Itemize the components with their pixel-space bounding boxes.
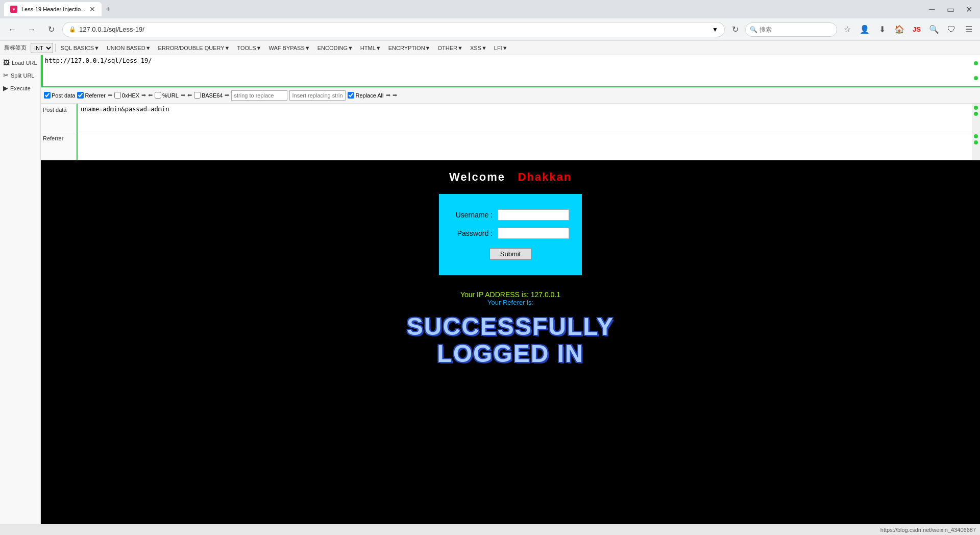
- bookmark-star-btn[interactable]: ☆: [840, 22, 854, 37]
- url-textarea[interactable]: http://127.0.0.1/sql/Less-19/: [45, 57, 970, 83]
- referrer-side-dots: [972, 132, 980, 160]
- tab-close-btn[interactable]: ✕: [89, 5, 95, 13]
- security2-btn[interactable]: 🛡: [944, 22, 959, 37]
- search-box[interactable]: 🔍: [745, 22, 837, 37]
- browser-tab[interactable]: ♥ Less-19 Header Injectio... ✕: [4, 2, 102, 16]
- new-tab-button[interactable]: +: [104, 3, 112, 16]
- post-data-row: Post data uname=admin&passwd=admin: [41, 104, 980, 132]
- download-btn[interactable]: ⬇: [875, 22, 889, 37]
- referrer-row: Referrer: [41, 132, 980, 160]
- success-line2: LOGGED IN: [437, 340, 583, 367]
- close-button[interactable]: ✕: [962, 2, 976, 16]
- arrow-6: ➡: [225, 92, 229, 99]
- base64-checkbox-group: BASE64: [194, 92, 223, 99]
- dot-1: [974, 61, 978, 65]
- other-btn[interactable]: OTHER▼: [434, 44, 465, 52]
- js-btn[interactable]: JS: [910, 22, 924, 37]
- status-url: https://blog.csdn.net/weixin_43406687: [880, 527, 976, 533]
- int-select[interactable]: INT: [31, 43, 53, 53]
- union-based-btn[interactable]: UNION BASED▼: [104, 44, 154, 52]
- execute-button[interactable]: ▶ Execute: [1, 83, 39, 93]
- back-button[interactable]: ←: [4, 21, 20, 38]
- split-url-icon: ✂: [3, 71, 9, 79]
- base64-checkbox[interactable]: [194, 92, 201, 99]
- load-url-icon: 🖼: [3, 59, 10, 66]
- profile-btn[interactable]: 👤: [857, 22, 872, 37]
- encoding-btn[interactable]: ENCODING▼: [314, 44, 356, 52]
- post-data-checkbox[interactable]: [44, 92, 51, 99]
- password-input[interactable]: [498, 228, 569, 239]
- dot-2: [974, 76, 978, 80]
- arrow-5: ⬅: [187, 92, 192, 99]
- minimize-button[interactable]: ─: [925, 2, 939, 16]
- post-data-cb-label: Post data: [52, 92, 75, 99]
- referrer-cb-label: Referrer: [85, 92, 105, 99]
- tools-btn[interactable]: TOOLS▼: [234, 44, 264, 52]
- split-url-button[interactable]: ✂ Split URL: [1, 70, 39, 81]
- zoom-btn[interactable]: 🔍: [927, 22, 941, 37]
- referrer-textarea[interactable]: [78, 132, 972, 160]
- login-form: Username : Password : Submit: [439, 194, 582, 275]
- arrow-4: ➡: [181, 92, 185, 99]
- search-input[interactable]: [760, 26, 836, 33]
- reload-page-btn[interactable]: ↻: [728, 22, 742, 37]
- encryption-btn[interactable]: ENCRYPTION▼: [385, 44, 434, 52]
- replace-all-label: Replace All: [355, 92, 383, 99]
- url-checkbox[interactable]: [155, 92, 161, 99]
- web-content: Welcome Dhakkan Username : Password : Su…: [41, 160, 980, 524]
- post-dot-2: [974, 112, 978, 116]
- nav-bar: ← → ↻ 🔒 ▼ ↻ 🔍 ☆ 👤 ⬇ 🏠 JS 🔍 🛡 ☰: [0, 18, 980, 41]
- string-to-replace-input[interactable]: [231, 90, 287, 101]
- username-row: Username :: [452, 209, 569, 221]
- address-bar[interactable]: 🔒 ▼: [62, 22, 725, 37]
- toolbar-row: 新标签页 INT SQL BASICS▼ UNION BASED▼ ERROR/…: [0, 41, 980, 55]
- title-bar: ♥ Less-19 Header Injectio... ✕ + ─ ▭ ✕: [0, 0, 980, 18]
- sql-basics-btn[interactable]: SQL BASICS▼: [58, 44, 103, 52]
- error-double-btn[interactable]: ERROR/DOUBLE QUERY▼: [155, 44, 233, 52]
- referrer-dot-1: [974, 134, 978, 138]
- load-url-button[interactable]: 🖼 Load URL: [1, 57, 39, 68]
- referrer-checkbox-group: Referrer: [77, 92, 105, 99]
- post-data-label: Post data: [41, 104, 77, 132]
- menu-btn[interactable]: ☰: [962, 22, 976, 37]
- submit-button[interactable]: Submit: [489, 248, 531, 260]
- tab-title: Less-19 Header Injectio...: [21, 6, 85, 12]
- dhakkan-text: Dhakkan: [518, 171, 572, 183]
- reload-button[interactable]: ↻: [43, 21, 59, 38]
- home-btn[interactable]: 🏠: [892, 22, 906, 37]
- waf-bypass-btn[interactable]: WAF BYPASS▼: [265, 44, 313, 52]
- status-bar: https://blog.csdn.net/weixin_43406687: [0, 524, 980, 535]
- password-label: Password :: [452, 229, 493, 237]
- url-checkbox-group: %URL: [155, 92, 179, 99]
- url-label: %URL: [162, 92, 179, 99]
- replace-all-checkbox[interactable]: [348, 92, 354, 99]
- success-line1: SUCCESSFULLY: [407, 313, 614, 340]
- username-label: Username :: [452, 211, 493, 219]
- 0xhex-checkbox-group: 0xHEX: [114, 92, 139, 99]
- arrow-1: ⬅: [108, 92, 112, 99]
- post-data-side-dots: [972, 104, 980, 132]
- referrer-dot-2: [974, 140, 978, 144]
- address-input[interactable]: [79, 26, 709, 33]
- arrow-3: ⬅: [148, 92, 153, 99]
- split-url-label: Split URL: [11, 72, 34, 79]
- execute-icon: ▶: [3, 84, 8, 92]
- forward-button[interactable]: →: [23, 21, 40, 38]
- tab-favicon: ♥: [10, 6, 17, 13]
- window-controls: ─ ▭ ✕: [925, 2, 976, 16]
- post-data-textarea[interactable]: uname=admin&passwd=admin: [78, 104, 972, 132]
- html-btn[interactable]: HTML▼: [357, 44, 384, 52]
- referrer-checkbox[interactable]: [77, 92, 84, 99]
- password-row: Password :: [452, 228, 569, 239]
- referer-text: Your Referer is:: [487, 299, 533, 306]
- username-input[interactable]: [498, 209, 569, 221]
- 0xhex-checkbox[interactable]: [114, 92, 121, 99]
- execute-label: Execute: [10, 85, 31, 91]
- lfi-btn[interactable]: LFI▼: [491, 44, 511, 52]
- xss-btn[interactable]: XSS▼: [467, 44, 490, 52]
- restore-button[interactable]: ▭: [943, 2, 958, 16]
- arrow-8: ➡: [393, 92, 397, 99]
- 0xhex-label: 0xHEX: [122, 92, 139, 99]
- replacing-string-input[interactable]: [289, 90, 346, 101]
- success-message: SUCCESSFULLY LOGGED IN: [407, 313, 614, 368]
